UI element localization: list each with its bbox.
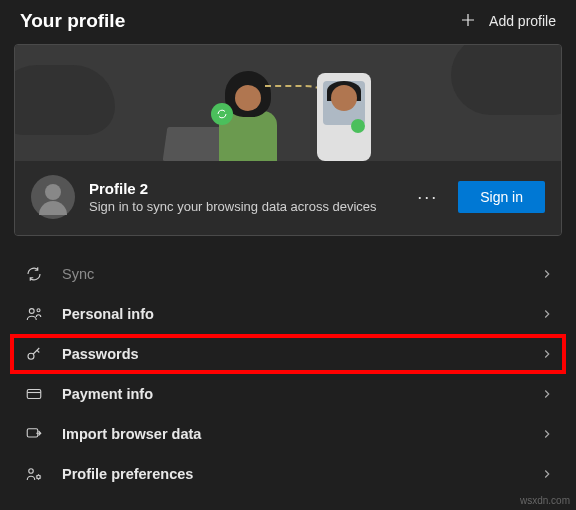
- chevron-right-icon: [540, 387, 554, 401]
- svg-point-1: [37, 309, 40, 312]
- menu-item-passwords[interactable]: Passwords: [10, 334, 566, 374]
- chevron-right-icon: [540, 347, 554, 361]
- profile-name: Profile 2: [89, 180, 397, 197]
- plus-icon: [459, 11, 477, 32]
- sync-badge-icon: [211, 103, 233, 125]
- settings-menu: SyncPersonal infoPasswordsPayment infoIm…: [0, 254, 576, 494]
- profile-card: Profile 2 Sign in to sync your browsing …: [14, 44, 562, 236]
- menu-item-label: Sync: [62, 266, 522, 282]
- menu-item-label: Import browser data: [62, 426, 522, 442]
- avatar: [31, 175, 75, 219]
- chevron-right-icon: [540, 427, 554, 441]
- menu-item-sync: Sync: [14, 254, 562, 294]
- person-icon: [24, 304, 44, 324]
- sign-in-button[interactable]: Sign in: [458, 181, 545, 213]
- more-options-button[interactable]: ···: [411, 183, 444, 212]
- sync-icon: [24, 264, 44, 284]
- svg-rect-4: [27, 429, 38, 437]
- menu-item-label: Profile preferences: [62, 466, 522, 482]
- menu-item-import-browser-data[interactable]: Import browser data: [14, 414, 562, 454]
- profile-description: Sign in to sync your browsing data acros…: [89, 199, 397, 214]
- svg-point-0: [29, 309, 34, 314]
- svg-rect-3: [27, 390, 41, 399]
- chevron-right-icon: [540, 307, 554, 321]
- svg-point-2: [28, 353, 34, 359]
- menu-item-profile-preferences[interactable]: Profile preferences: [14, 454, 562, 494]
- import-icon: [24, 424, 44, 444]
- prefs-icon: [24, 464, 44, 484]
- chevron-right-icon: [540, 267, 554, 281]
- key-icon: [24, 344, 44, 364]
- add-profile-label: Add profile: [489, 13, 556, 29]
- card-icon: [24, 384, 44, 404]
- menu-item-payment-info[interactable]: Payment info: [14, 374, 562, 414]
- chevron-right-icon: [540, 467, 554, 481]
- menu-item-label: Passwords: [62, 346, 522, 362]
- page-title: Your profile: [20, 10, 125, 32]
- profile-hero-illustration: [15, 45, 561, 161]
- menu-item-personal-info[interactable]: Personal info: [14, 294, 562, 334]
- watermark: wsxdn.com: [520, 495, 570, 506]
- svg-point-6: [37, 475, 40, 478]
- menu-item-label: Personal info: [62, 306, 522, 322]
- menu-item-label: Payment info: [62, 386, 522, 402]
- svg-point-5: [29, 469, 34, 474]
- add-profile-button[interactable]: Add profile: [459, 11, 556, 32]
